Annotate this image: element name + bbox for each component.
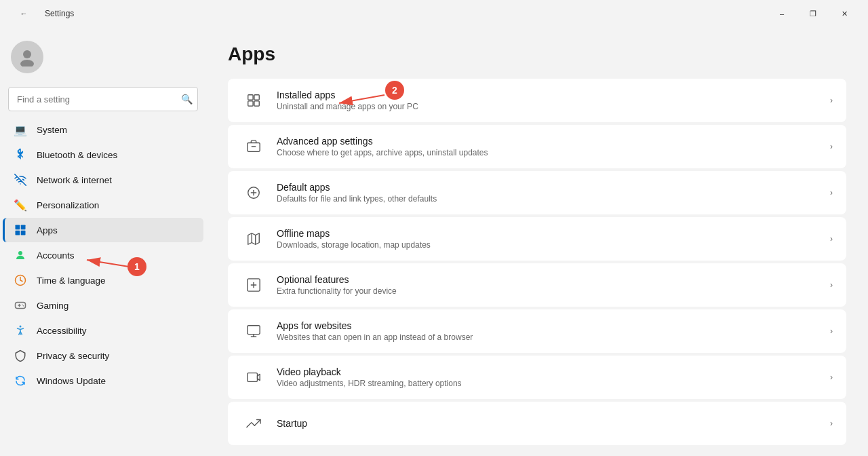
settings-item-video-playback[interactable]: Video playbackVideo adjustments, HDR str…	[228, 356, 846, 399]
sidebar-item-label-apps: Apps	[37, 225, 58, 235]
offline-maps-icon	[241, 227, 266, 251]
startup-text: Startup	[277, 418, 819, 429]
svg-rect-3	[21, 225, 26, 230]
search-box[interactable]: 🔍	[8, 87, 198, 111]
sidebar-item-label-personalization: Personalization	[37, 200, 99, 210]
svg-rect-2	[16, 225, 20, 230]
settings-item-advanced-app-settings[interactable]: Advanced app settingsChoose where to get…	[228, 125, 846, 168]
content-area: Apps Installed appsUninstall and manage …	[206, 27, 868, 456]
accessibility-icon	[14, 324, 27, 337]
video-playback-title: Video playback	[277, 366, 819, 377]
search-input[interactable]	[8, 87, 198, 111]
default-apps-chevron-icon: ›	[830, 188, 833, 197]
apps-icon	[14, 223, 27, 237]
privacy-icon	[14, 349, 27, 362]
sidebar-item-system[interactable]: 💻System	[3, 117, 203, 142]
settings-item-apps-for-websites[interactable]: Apps for websitesWebsites that can open …	[228, 309, 846, 353]
search-icon-btn[interactable]: 🔍	[181, 94, 193, 104]
svg-rect-16	[254, 95, 259, 100]
sidebar-item-label-bluetooth: Bluetooth & devices	[37, 150, 117, 160]
advanced-app-settings-text: Advanced app settingsChoose where to get…	[277, 136, 819, 157]
svg-point-1	[20, 60, 34, 66]
sidebar-item-update[interactable]: Windows Update	[3, 368, 203, 393]
sidebar-item-label-accessibility: Accessibility	[37, 326, 87, 336]
sidebar-item-label-accounts: Accounts	[37, 250, 75, 261]
sidebar-item-accessibility[interactable]: Accessibility	[3, 318, 203, 343]
sidebar-item-label-gaming: Gaming	[37, 301, 68, 311]
window-controls: – ❐ ✕	[766, 3, 860, 24]
apps-for-websites-title: Apps for websites	[277, 320, 819, 331]
settings-item-offline-maps[interactable]: Offline mapsDownloads, storage location,…	[228, 217, 846, 261]
title-bar-left: ← Settings	[8, 3, 74, 24]
sidebar-item-gaming[interactable]: Gaming	[3, 293, 203, 318]
advanced-app-settings-desc: Choose where to get apps, archive apps, …	[277, 148, 819, 157]
video-playback-chevron-icon: ›	[830, 373, 833, 382]
svg-rect-15	[248, 95, 253, 100]
sidebar: 🔍 💻SystemBluetooth & devicesNetwork & in…	[0, 27, 206, 456]
minimize-button[interactable]: –	[766, 3, 797, 24]
video-playback-desc: Video adjustments, HDR streaming, batter…	[277, 379, 819, 388]
optional-features-desc: Extra functionality for your device	[277, 286, 819, 296]
optional-features-title: Optional features	[277, 274, 819, 285]
update-icon	[14, 374, 27, 387]
installed-apps-icon	[241, 88, 266, 113]
startup-chevron-icon: ›	[830, 419, 833, 428]
optional-features-icon	[241, 273, 266, 297]
sidebar-item-label-privacy: Privacy & security	[37, 351, 109, 361]
advanced-app-settings-title: Advanced app settings	[277, 136, 819, 147]
sidebar-item-label-system: System	[37, 125, 67, 135]
close-button[interactable]: ✕	[829, 3, 860, 24]
svg-rect-17	[248, 101, 253, 106]
sidebar-item-label-update: Windows Update	[37, 376, 106, 386]
installed-apps-chevron-icon: ›	[830, 96, 833, 105]
apps-for-websites-icon	[241, 319, 266, 343]
settings-item-default-apps[interactable]: Default appsDefaults for file and link t…	[228, 171, 846, 214]
avatar	[11, 41, 43, 73]
sidebar-item-bluetooth[interactable]: Bluetooth & devices	[3, 142, 203, 167]
advanced-app-settings-icon	[241, 134, 266, 159]
offline-maps-text: Offline mapsDownloads, storage location,…	[277, 228, 819, 250]
svg-rect-5	[21, 231, 26, 235]
settings-item-installed-apps[interactable]: Installed appsUninstall and manage apps …	[228, 79, 846, 122]
bluetooth-icon	[14, 148, 27, 162]
sidebar-item-personalization[interactable]: ✏️Personalization	[3, 193, 203, 217]
offline-maps-title: Offline maps	[277, 228, 819, 239]
sidebar-item-network[interactable]: Network & internet	[3, 168, 203, 192]
offline-maps-desc: Downloads, storage location, map updates	[277, 240, 819, 250]
apps-for-websites-text: Apps for websitesWebsites that can open …	[277, 320, 819, 342]
svg-marker-24	[248, 233, 260, 245]
advanced-app-settings-chevron-icon: ›	[830, 142, 833, 151]
nav-container: 💻SystemBluetooth & devicesNetwork & inte…	[0, 117, 206, 394]
default-apps-icon	[241, 180, 266, 205]
settings-item-startup[interactable]: Startup›	[228, 402, 846, 445]
svg-point-12	[23, 305, 24, 307]
personalization-icon: ✏️	[14, 198, 27, 212]
settings-list: Installed appsUninstall and manage apps …	[228, 79, 846, 445]
back-button[interactable]: ←	[8, 3, 39, 24]
user-profile[interactable]	[0, 33, 206, 87]
sidebar-item-label-network: Network & internet	[37, 175, 112, 185]
default-apps-desc: Defaults for file and link types, other …	[277, 194, 819, 204]
maximize-button[interactable]: ❐	[797, 3, 829, 24]
svg-rect-33	[248, 373, 258, 382]
accounts-icon	[14, 248, 27, 262]
installed-apps-desc: Uninstall and manage apps on your PC	[277, 102, 819, 111]
main-area: 🔍 💻SystemBluetooth & devicesNetwork & in…	[0, 27, 868, 456]
video-playback-icon	[241, 365, 266, 390]
app-title: Settings	[45, 9, 74, 18]
optional-features-text: Optional featuresExtra functionality for…	[277, 274, 819, 296]
svg-point-13	[20, 326, 22, 328]
svg-rect-30	[248, 326, 260, 335]
settings-item-optional-features[interactable]: Optional featuresExtra functionality for…	[228, 263, 846, 307]
optional-features-chevron-icon: ›	[830, 280, 833, 290]
sidebar-item-accounts[interactable]: Accounts	[3, 243, 203, 267]
sidebar-item-apps[interactable]: Apps	[3, 218, 203, 242]
sidebar-item-time[interactable]: Time & language	[3, 268, 203, 292]
time-icon	[14, 273, 27, 287]
apps-for-websites-chevron-icon: ›	[830, 326, 833, 336]
sidebar-item-privacy[interactable]: Privacy & security	[3, 343, 203, 368]
startup-icon	[241, 411, 266, 436]
default-apps-title: Default apps	[277, 182, 819, 193]
network-icon	[14, 173, 27, 187]
startup-title: Startup	[277, 418, 819, 429]
